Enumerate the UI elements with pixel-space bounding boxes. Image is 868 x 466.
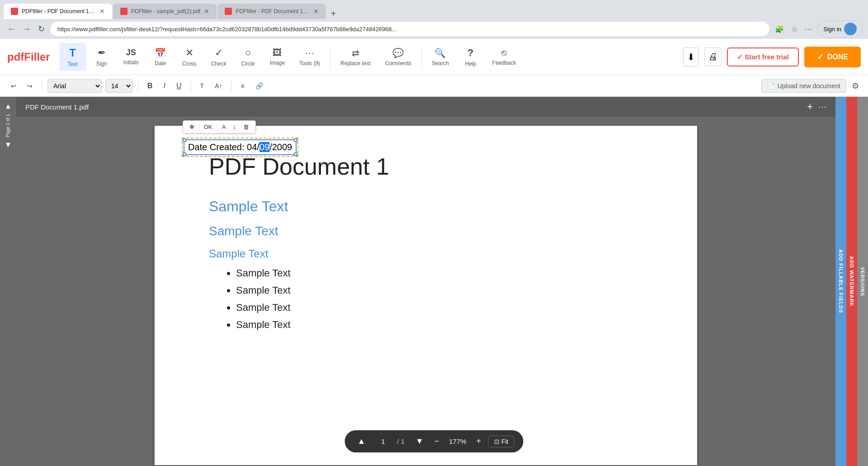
handle-bl[interactable] [183, 152, 186, 156]
logo-text: pdf [7, 51, 24, 63]
page-canvas-area: ✥ OK A ↕ 🗑 Date Created: 04/09/2009 [16, 117, 835, 466]
tool-sign[interactable]: ✒ Sign [88, 43, 115, 71]
page-down-arrow[interactable]: ▼ [3, 139, 14, 151]
extensions-button[interactable]: 🧩 [773, 23, 786, 35]
tab-close-3[interactable]: ✕ [313, 8, 319, 15]
zoom-in-button[interactable]: + [476, 437, 481, 446]
format-sep-4 [231, 81, 231, 91]
done-button[interactable]: ✓ DONE [804, 47, 861, 67]
doc-more-button[interactable]: ⋯ [818, 102, 826, 112]
tool-date[interactable]: 📅 Date [147, 44, 174, 70]
text-content-highlighted: 09 [259, 142, 269, 152]
done-label: DONE [827, 53, 848, 61]
handle-tr[interactable] [294, 138, 297, 142]
font-select[interactable]: Arial [47, 79, 102, 93]
tool-circle[interactable]: ○ Circle [235, 43, 262, 71]
tool-replace[interactable]: ⇄ Replace text [334, 44, 377, 70]
upload-new-button[interactable]: 📄 Upload new document [761, 79, 846, 93]
start-trial-label: Start free trial [745, 53, 789, 61]
tab-close-2[interactable]: ✕ [204, 8, 209, 15]
tool-search[interactable]: 🔍 Search [425, 44, 455, 70]
help-label: Help [465, 61, 476, 67]
tab-title-2: PDFfiller - sample_pdf(2).pdf [131, 8, 200, 14]
address-input[interactable] [50, 22, 769, 36]
font-size-select[interactable]: 14 [105, 79, 132, 93]
page-current-input[interactable] [376, 437, 390, 445]
search-label: Search [432, 60, 449, 67]
start-trial-button[interactable]: ✓ Start free trial [727, 48, 799, 67]
undo-button[interactable]: ↩ [7, 81, 20, 91]
tool-tools[interactable]: ⋯ Tools (9) [293, 44, 326, 70]
sign-icon: ✒ [98, 47, 106, 59]
done-checkmark: ✓ [817, 52, 824, 62]
search-icon: 🔍 [434, 48, 446, 58]
doc-area: PDF Document 1.pdf + ⋯ ✥ OK A ↕ [16, 97, 835, 466]
tool-cross[interactable]: ✕ Cross [176, 43, 203, 71]
help-icon: ? [467, 47, 473, 59]
text-field-box[interactable]: Date Created: 04/09/2009 [184, 139, 297, 155]
initials-icon: JS [126, 48, 136, 57]
edit-text-style[interactable]: A [219, 123, 229, 131]
more-button[interactable]: ⋯ [803, 23, 814, 35]
zoom-out-button[interactable]: − [434, 437, 439, 446]
back-button[interactable]: ← [5, 23, 17, 36]
tool-image[interactable]: 🖼 Image [264, 44, 291, 70]
page-up-arrow[interactable]: ▲ [3, 100, 14, 112]
handle-br[interactable] [294, 152, 297, 156]
comments-label: Comments [385, 60, 411, 67]
sample-text-2: Sample Text [209, 224, 643, 238]
handle-tl[interactable] [183, 138, 186, 142]
redo-button[interactable]: ↪ [24, 81, 36, 91]
signin-button[interactable]: Sign in [817, 20, 863, 38]
text-edit-overlay[interactable]: ✥ OK A ↕ 🗑 Date Created: 04/09/2009 [182, 138, 298, 157]
image-icon: 🖼 [273, 48, 282, 58]
download-button[interactable]: ⬇ [683, 48, 699, 67]
right-sidebar-add-fillable[interactable]: ADD FILLABLE FIELDS [835, 97, 846, 466]
comments-icon: 💬 [392, 48, 404, 58]
move-handle[interactable]: ✥ [187, 123, 197, 131]
fit-button[interactable]: ⊡ Fit [488, 436, 514, 447]
edit-ok-button[interactable]: OK [201, 123, 215, 131]
tool-check[interactable]: ✓ Check [205, 43, 233, 71]
edit-delete[interactable]: 🗑 [241, 123, 252, 131]
underline-button[interactable]: U [173, 80, 185, 92]
favorites-button[interactable]: ☆ [789, 23, 799, 35]
link-button[interactable]: 🔗 [252, 81, 267, 91]
text-size-increase[interactable]: A↑ [211, 81, 226, 91]
tab-1[interactable]: PDFfiller - PDF Document 1.pdf ✕ [4, 4, 112, 19]
logo: pdfFiller [7, 51, 50, 63]
forward-button[interactable]: → [21, 23, 33, 36]
refresh-button[interactable]: ↻ [36, 22, 47, 36]
check-icon: ✓ [215, 47, 223, 59]
tool-feedback[interactable]: ⎋ Feedback [486, 44, 523, 70]
print-button[interactable]: 🖨 [704, 48, 722, 66]
right-sidebar-versions[interactable]: VERSIONS [857, 97, 868, 466]
settings-button[interactable]: ⚙ [850, 79, 861, 93]
bold-button[interactable]: B [144, 80, 156, 92]
new-tab-button[interactable]: + [327, 9, 340, 19]
doc-header: PDF Document 1.pdf + ⋯ [16, 97, 835, 117]
browser-chrome: PDFfiller - PDF Document 1.pdf ✕ PDFfill… [0, 0, 868, 39]
tool-initials[interactable]: JS Initials [117, 44, 145, 69]
right-sidebar-watermark[interactable]: ADD WATERMARK [846, 97, 857, 466]
page-total-label: / 1 [397, 437, 405, 445]
tab-close-1[interactable]: ✕ [99, 8, 105, 15]
format-sep-1 [42, 81, 42, 91]
tool-comments[interactable]: 💬 Comments [379, 44, 418, 70]
tool-text[interactable]: T Text [59, 43, 86, 71]
italic-button[interactable]: I [160, 80, 169, 92]
page-prev-button[interactable]: ▲ [354, 435, 369, 448]
page-next-button[interactable]: ▼ [412, 435, 427, 448]
sample-text-1: Sample Text [209, 198, 643, 215]
doc-add-button[interactable]: + [807, 101, 813, 113]
page-indicator: Page 1 of 1 [5, 114, 11, 137]
edit-resize[interactable]: ↕ [230, 123, 239, 131]
text-color-button[interactable]: T [197, 81, 208, 91]
bottom-toolbar: ▲ / 1 ▼ − 177% + ⊡ Fit [345, 430, 524, 452]
bullet-item-3: Sample Text [236, 302, 643, 314]
tab-3[interactable]: PDFfiller - PDF Document 1(1).p... ✕ [217, 4, 326, 19]
feedback-icon: ⎋ [501, 48, 507, 58]
tab-2[interactable]: PDFfiller - sample_pdf(2).pdf ✕ [113, 4, 217, 19]
align-button[interactable]: ≡ [237, 81, 248, 91]
tool-help[interactable]: ? Help [457, 43, 484, 71]
